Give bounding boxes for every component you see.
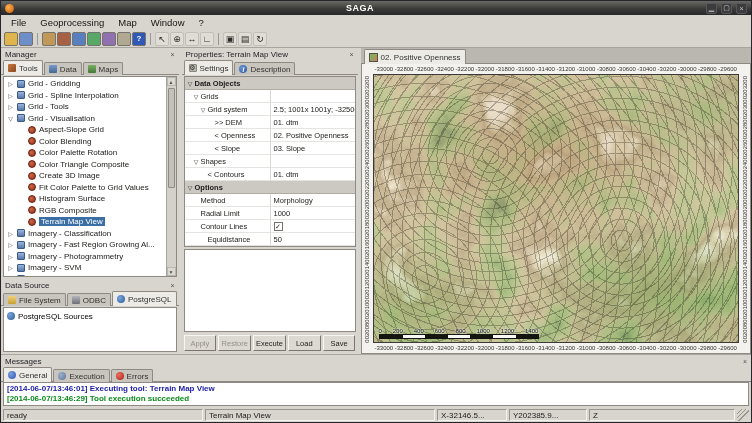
execute-button[interactable]: Execute (253, 335, 286, 351)
property-value-cell[interactable] (270, 181, 355, 193)
menu-item[interactable]: Geoprocessing (33, 16, 111, 29)
menu-item[interactable]: Map (111, 16, 143, 29)
tab-file-system[interactable]: File System (3, 293, 66, 306)
close-panel-icon[interactable]: × (170, 282, 174, 289)
close-panel-icon[interactable]: × (170, 51, 174, 58)
print-map-button[interactable]: ▤ (238, 32, 252, 46)
menu-item[interactable]: ? (192, 16, 211, 29)
show-messages-button[interactable] (117, 32, 131, 46)
close-panel-icon[interactable]: × (349, 51, 353, 58)
scroll-down-icon[interactable]: ▼ (167, 267, 176, 276)
expander-icon[interactable]: ▷ (7, 264, 14, 271)
show-data-source-button[interactable] (42, 32, 56, 46)
property-row[interactable]: ▽ Options (185, 181, 355, 194)
close-icon[interactable]: × (736, 3, 747, 14)
expander-icon[interactable]: ▷ (7, 241, 14, 248)
scrollbar-track[interactable] (167, 86, 176, 267)
tree-item[interactable]: ▷ Imagery - Classification (4, 228, 166, 240)
tree-item[interactable]: ▷ Grid - Spline Interpolation (4, 90, 166, 102)
expander-icon[interactable]: ▽ (193, 158, 200, 165)
property-row[interactable]: Contour Lines ✓ (185, 220, 355, 233)
open-file-button[interactable] (4, 32, 18, 46)
menu-item[interactable]: Window (144, 16, 192, 29)
help-button[interactable]: ? (132, 32, 146, 46)
tree-item[interactable]: RGB Composite (4, 205, 166, 217)
property-value-cell[interactable] (270, 77, 355, 89)
tab-description[interactable]: i Description (234, 62, 295, 75)
expander-icon[interactable]: ▽ (187, 184, 194, 191)
tab-maps[interactable]: Maps (83, 62, 124, 75)
expander-icon[interactable]: ▷ (7, 92, 14, 99)
property-row[interactable]: < Openness 02. Positive Openness (185, 129, 355, 142)
property-row[interactable]: Radial Limit 1000 (185, 207, 355, 220)
property-row[interactable]: ▽ Shapes (185, 155, 355, 168)
property-value-cell[interactable]: 1000 (270, 207, 355, 219)
tab-postgresql[interactable]: PostgreSQL (112, 291, 177, 306)
tab-data[interactable]: Data (44, 62, 82, 75)
tab-errors[interactable]: Errors (111, 369, 154, 382)
expander-icon[interactable]: ▷ (7, 230, 14, 237)
tree-item[interactable]: ▷ Grid - Gridding (4, 78, 166, 90)
tab-settings[interactable]: ⚙ Settings (184, 60, 234, 75)
property-value-cell[interactable]: 03. Slope (270, 142, 355, 154)
property-row[interactable]: >> DEM 01. dtm (185, 116, 355, 129)
show-maps-button[interactable] (87, 32, 101, 46)
tree-item[interactable]: ▷ Imagery - Segmentation (4, 274, 166, 277)
expander-icon[interactable]: ▽ (187, 80, 194, 87)
tab-tools[interactable]: Tools (3, 60, 43, 75)
expander-icon[interactable]: ▽ (193, 93, 200, 100)
property-value-cell[interactable] (270, 155, 355, 167)
restore-button[interactable]: Restore (218, 335, 251, 351)
tree-item[interactable]: Color Triangle Composite (4, 159, 166, 171)
show-data-button[interactable] (72, 32, 86, 46)
maximize-icon[interactable]: ▢ (721, 3, 732, 14)
property-value-cell[interactable]: 01. dtm (270, 116, 355, 128)
tree-item[interactable]: ▷ Imagery - SVM (4, 262, 166, 274)
tree-item[interactable]: Fit Color Palette to Grid Values (4, 182, 166, 194)
tree-item[interactable]: ▷ Grid - Tools (4, 101, 166, 113)
property-value-cell[interactable] (270, 90, 355, 102)
zoom-tool-button[interactable]: ⊕ (170, 32, 184, 46)
tree-item[interactable]: ▽ Grid - Visualisation (4, 113, 166, 125)
scrollbar-thumb[interactable] (168, 88, 175, 188)
postgresql-sources-item[interactable]: PostgreSQL Sources (7, 310, 173, 322)
property-value-cell[interactable]: ✓ (270, 220, 355, 232)
minimize-icon[interactable]: ▁ (706, 3, 717, 14)
property-row[interactable]: < Contours 01. dtm (185, 168, 355, 181)
show-properties-button[interactable] (102, 32, 116, 46)
apply-button[interactable]: Apply (184, 335, 217, 351)
property-row[interactable]: ▽ Data Objects (185, 77, 355, 90)
resize-grip[interactable] (737, 409, 749, 421)
save-button[interactable]: Save (323, 335, 356, 351)
tree-item[interactable]: Terrain Map View (4, 216, 166, 228)
tree-item[interactable]: ▷ Imagery - Photogrammetry (4, 251, 166, 263)
tree-item[interactable]: Aspect-Slope Grid (4, 124, 166, 136)
menu-item[interactable]: File (4, 16, 33, 29)
tree-item[interactable]: Color Palette Rotation (4, 147, 166, 159)
expander-icon[interactable]: ▷ (7, 253, 14, 260)
scroll-up-icon[interactable]: ▲ (167, 77, 176, 86)
property-value-cell[interactable]: Morphology (270, 194, 355, 206)
property-value-cell[interactable]: 01. dtm (270, 168, 355, 180)
expander-icon[interactable]: ▷ (7, 103, 14, 110)
tree-item[interactable]: Color Blending (4, 136, 166, 148)
property-row[interactable]: Method Morphology (185, 194, 355, 207)
tab-map-positive-openness[interactable]: 02. Positive Openness (364, 49, 466, 64)
map-canvas[interactable]: 0 200 400 600 800 1000 (373, 74, 740, 343)
expander-icon[interactable]: ▷ (7, 80, 14, 87)
property-value-cell[interactable]: 2.5; 1001x 1001y; -32500... (270, 103, 355, 115)
tree-item[interactable]: Create 3D Image (4, 170, 166, 182)
property-row[interactable]: Equidistance 50 (185, 233, 355, 246)
expander-icon[interactable]: ▽ (200, 106, 207, 113)
select-tool-button[interactable]: ↖ (155, 32, 169, 46)
tree-item[interactable]: Histogram Surface (4, 193, 166, 205)
map-3d-view-button[interactable]: ▣ (223, 32, 237, 46)
sync-extents-button[interactable]: ↻ (253, 32, 267, 46)
pan-tool-button[interactable]: ↔ (185, 32, 199, 46)
property-row[interactable]: ▽ Grids (185, 90, 355, 103)
tab-execution[interactable]: Execution (53, 369, 109, 382)
property-row[interactable]: ▽ Grid system 2.5; 1001x 1001y; -32500..… (185, 103, 355, 116)
tree-item[interactable]: ▷ Imagery - Fast Region Growing Al... (4, 239, 166, 251)
load-button[interactable]: Load (288, 335, 321, 351)
property-value-cell[interactable]: 02. Positive Openness (270, 129, 355, 141)
